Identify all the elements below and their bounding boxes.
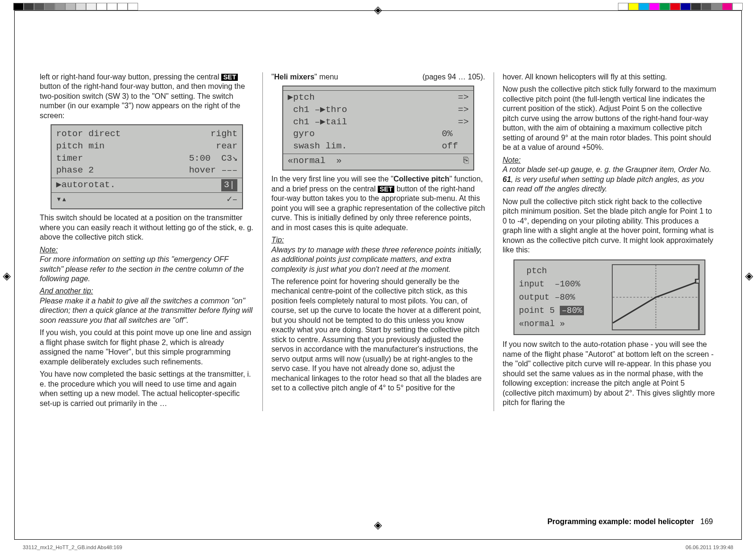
footer-section: Programming example: model helicopter: [547, 518, 694, 526]
lcd-screen-2: ▶ptch=> ch1 –▶thro=> ch1 –▶tail=> gyro0%…: [282, 86, 475, 171]
lcd-row: gyro0%: [288, 128, 469, 140]
label: output: [519, 293, 550, 302]
lcd-screen-1: rotor directrightpitch minreartimer5:00 …: [51, 124, 243, 209]
tip-heading: And another tip:: [40, 286, 254, 296]
text: A rotor blade set-up gauge, e. g. the Gr…: [503, 165, 711, 173]
file-ref: 33112_mx12_HoTT_2_GB.indd Abs48:169: [23, 544, 122, 550]
intro-paragraph: left or right-hand four-way button, pres…: [40, 72, 254, 121]
registration-mark-icon: ◈: [745, 270, 753, 282]
label: input: [519, 279, 545, 289]
page-footer: Programming example: model helicopter 16…: [547, 518, 713, 526]
lcd-footer-row: «normal »⎘: [288, 155, 469, 167]
text: left or right-hand four-way button, pres…: [40, 73, 221, 81]
graph-row: point 5 –80%: [519, 305, 607, 316]
colorbar-right: [618, 3, 743, 10]
body-text: Now pull the collective pitch stick righ…: [503, 197, 716, 255]
note-heading: Note:: [40, 245, 254, 255]
lcd-row: ch1 –▶thro=>: [288, 104, 469, 116]
value-highlight: –80%: [560, 306, 584, 315]
graph-row: output –80%: [519, 292, 607, 303]
text: button of the right-hand four-way button…: [40, 82, 245, 119]
menu-title-bold: Heli mixers: [274, 73, 314, 81]
set-button-label: SET: [378, 186, 394, 193]
menu-title: "Heli mixers" menu: [271, 72, 338, 82]
lcd-row: phase 2hover –––: [56, 164, 238, 177]
label: point 5: [519, 306, 555, 315]
graph-plot-area: [612, 264, 700, 330]
graph-legend: ptch input –100% output –80% point 5 –80…: [519, 264, 607, 330]
tip-body: Please make it a habit to give all the s…: [40, 296, 254, 325]
body-text: Now push the collective pitch stick full…: [503, 85, 716, 152]
column-1: left or right-hand four-way button, pres…: [31, 72, 262, 411]
column-3: hover. All known helicopters will fly at…: [494, 72, 725, 411]
note-body: A rotor blade set-up gauge, e. g. the Gr…: [503, 165, 716, 194]
body-text: hover. All known helicopters will fly at…: [503, 72, 716, 82]
lcd-row: pitch minrear: [56, 140, 238, 153]
body-text: If you now switch to the auto-rotation p…: [503, 340, 716, 407]
menu-pages: (pages 94 … 105).: [422, 72, 485, 82]
text: In the very first line you will see the …: [271, 175, 393, 183]
body-text: The reference point for hovering should …: [271, 277, 485, 393]
text: , is very useful when setting up blade p…: [503, 175, 704, 193]
body-text: If you wish, you could at this point mov…: [40, 328, 254, 367]
graph-title: ptch: [527, 266, 607, 276]
lcd-row: rotor directright: [56, 128, 238, 140]
column-2: "Heli mixers" menu (pages 94 … 105). ▶pt…: [262, 72, 494, 411]
lcd-row: ▶ptch=>: [288, 92, 469, 104]
curve-svg: [613, 265, 699, 329]
svg-rect-3: [695, 279, 699, 283]
page-frame: left or right-hand four-way button, pres…: [14, 10, 742, 540]
note-heading: Note:: [503, 155, 716, 165]
note-body: For more information on setting up this …: [40, 255, 254, 284]
registration-mark-icon: ◈: [3, 270, 11, 282]
bold-text: Collective pitch: [393, 175, 449, 183]
menu-title-row: "Heli mixers" menu (pages 94 … 105).: [271, 72, 485, 82]
colorbar-left: [13, 3, 138, 10]
lcd-row: timer5:00 C3↘: [56, 153, 238, 165]
lcd-row-autorotat: ▶autorotat.3|: [56, 179, 238, 191]
page-number: 169: [700, 518, 713, 526]
lcd-row: ch1 –▶tail=>: [288, 116, 469, 129]
graph-row: input –100%: [519, 279, 607, 290]
lcd-footer-row: ▾▴✓–: [56, 194, 238, 206]
value: –80%: [555, 293, 575, 302]
timestamp: 06.06.2011 19:39:48: [686, 544, 733, 550]
bold-text: 61: [503, 175, 511, 183]
body-text: This switch should be located at a posit…: [40, 213, 254, 242]
body-text: You have now completed the basic setting…: [40, 370, 254, 408]
lcd-row: swash lim.off: [288, 140, 469, 153]
text: " menu: [314, 73, 338, 81]
graph-mode: «normal »: [519, 319, 607, 329]
body-text: In the very first line you will see the …: [271, 174, 485, 233]
value: –100%: [555, 279, 580, 289]
tip-body: Always try to manage with these three re…: [271, 245, 485, 274]
set-button-label: SET: [221, 74, 238, 81]
imposition-footer: 33112_mx12_HoTT_2_GB.indd Abs48:169 06.0…: [23, 544, 733, 550]
tip-heading: Tip:: [271, 235, 485, 245]
pitch-curve-graph: ptch input –100% output –80% point 5 –80…: [513, 259, 706, 335]
